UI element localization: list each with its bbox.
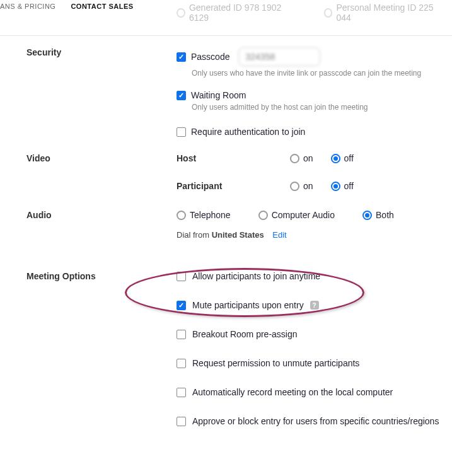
auto-record-label: Automatically record meeting on the loca…	[192, 387, 393, 397]
dial-edit-link[interactable]: Edit	[272, 230, 286, 240]
waiting-room-subtext: Only users admitted by the host can join…	[192, 103, 452, 112]
dial-prefix: Dial from	[177, 230, 212, 240]
approve-block-label: Approve or block entry for users from sp…	[192, 416, 439, 426]
breakout-label: Breakout Room pre-assign	[192, 329, 298, 339]
off-label: off	[344, 153, 354, 163]
audio-both-radio[interactable]: Both	[362, 210, 394, 220]
host-video-off-radio[interactable]: off	[331, 153, 354, 163]
divider	[0, 35, 452, 36]
video-participant-label: Participant	[177, 181, 290, 191]
mute-entry-checkbox[interactable]	[177, 301, 186, 310]
request-unmute-checkbox[interactable]	[177, 359, 186, 368]
mute-entry-label: Mute participants upon entry	[192, 300, 304, 310]
audio-computer-radio[interactable]: Computer Audio	[258, 210, 335, 220]
video-host-label: Host	[177, 153, 290, 163]
computer-audio-label: Computer Audio	[272, 210, 335, 220]
meeting-id-row: Generated ID 978 1902 6129 Personal Meet…	[0, 3, 452, 23]
meeting-options-title: Meeting Options	[0, 271, 177, 281]
off-label: off	[344, 181, 354, 191]
require-auth-label: Require authentication to join	[191, 127, 305, 137]
telephone-label: Telephone	[190, 210, 231, 220]
approve-block-checkbox[interactable]	[177, 417, 186, 426]
participant-video-on-radio[interactable]: on	[290, 181, 313, 191]
host-video-on-radio[interactable]: on	[290, 153, 313, 163]
audio-telephone-radio[interactable]: Telephone	[177, 210, 231, 220]
allow-anytime-checkbox[interactable]	[177, 272, 186, 281]
passcode-checkbox[interactable]	[177, 52, 186, 62]
dial-country: United States	[212, 230, 264, 240]
participant-video-off-radio[interactable]: off	[331, 181, 354, 191]
breakout-checkbox[interactable]	[177, 330, 186, 339]
info-icon[interactable]: ?	[310, 301, 319, 310]
passcode-input[interactable]	[238, 47, 320, 66]
waiting-room-label: Waiting Room	[191, 90, 246, 100]
generated-id-radio[interactable]: Generated ID 978 1902 6129	[177, 3, 293, 23]
passcode-subtext: Only users who have the invite link or p…	[192, 69, 452, 78]
require-auth-checkbox[interactable]	[177, 127, 186, 137]
personal-id-radio[interactable]: Personal Meeting ID 225 044	[324, 3, 439, 23]
generated-id-label: Generated ID 978 1902 6129	[189, 3, 293, 23]
personal-id-label: Personal Meeting ID 225 044	[336, 3, 439, 23]
request-unmute-label: Request permission to unmute participant…	[192, 358, 359, 368]
allow-anytime-label: Allow participants to join anytime	[192, 271, 320, 281]
passcode-label: Passcode	[191, 52, 229, 62]
waiting-room-checkbox[interactable]	[177, 91, 186, 100]
security-title: Security	[0, 47, 177, 57]
on-label: on	[303, 181, 313, 191]
on-label: on	[303, 153, 313, 163]
audio-title: Audio	[0, 210, 177, 220]
video-title: Video	[0, 153, 177, 163]
both-label: Both	[376, 210, 394, 220]
auto-record-checkbox[interactable]	[177, 388, 186, 397]
